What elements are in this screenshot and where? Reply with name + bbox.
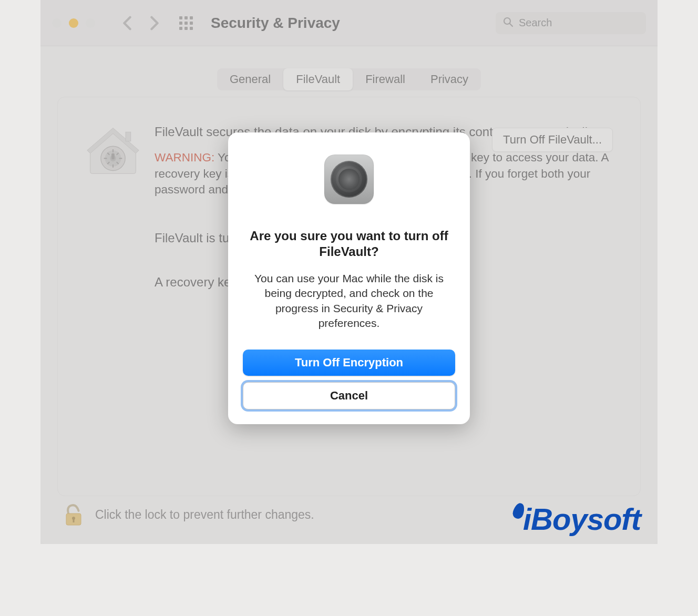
turn-off-encryption-button[interactable]: Turn Off Encryption: [243, 350, 455, 376]
dialog-body: You can use your Mac while the disk is b…: [243, 271, 455, 331]
confirmation-dialog: Are you sure you want to turn off FileVa…: [228, 132, 470, 424]
watermark-text: iBoysoft: [523, 501, 641, 537]
dialog-title: Are you sure you want to turn off FileVa…: [243, 228, 455, 260]
preferences-window: Security & Privacy General FileVault Fir…: [40, 0, 658, 544]
system-preferences-icon: [324, 155, 374, 204]
watermark: iBoysoft: [514, 501, 641, 537]
cancel-button[interactable]: Cancel: [243, 382, 455, 409]
